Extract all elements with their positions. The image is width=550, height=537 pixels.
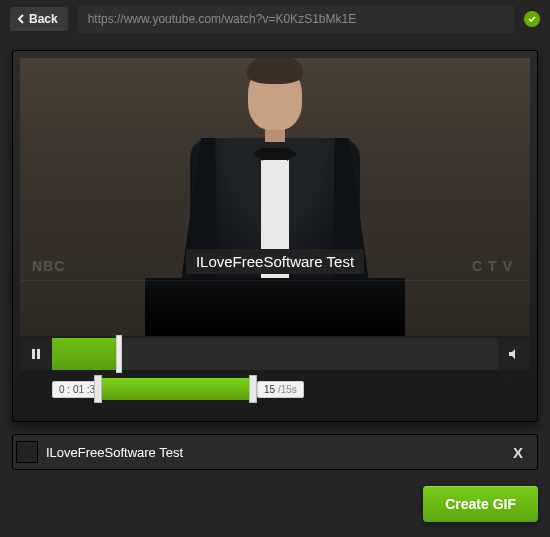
url-input[interactable] [78, 5, 514, 33]
create-gif-button[interactable]: Create GIF [423, 486, 538, 522]
watermark-right: CTV [472, 258, 518, 274]
pause-icon [30, 348, 42, 360]
volume-icon [508, 348, 520, 360]
trim-selection[interactable] [98, 378, 253, 400]
player-bar [20, 338, 530, 370]
caption-clear-button[interactable]: X [506, 440, 530, 464]
caption-overlay: ILoveFreeSoftware Test [186, 249, 364, 274]
status-ok-icon [524, 11, 540, 27]
trim-handle-left[interactable] [94, 375, 102, 403]
back-label: Back [29, 12, 58, 26]
svg-rect-1 [37, 349, 40, 359]
caption-text-input[interactable] [42, 441, 506, 464]
pause-button[interactable] [20, 338, 52, 370]
progress-fill [52, 338, 119, 370]
progress-bar[interactable] [52, 338, 498, 370]
watermark-left: NBC [32, 258, 65, 274]
caption-row: X [12, 434, 538, 470]
back-button[interactable]: Back [10, 7, 68, 31]
caption-color-swatch[interactable] [16, 441, 38, 463]
svg-rect-0 [32, 349, 35, 359]
trim-length-value: 15 [264, 384, 275, 395]
video-panel: NBC CTV ILoveFreeSoftware Test 0 : 01 :3… [12, 50, 538, 422]
video-preview[interactable]: NBC CTV ILoveFreeSoftware Test [20, 58, 530, 336]
chevron-left-icon [16, 14, 26, 24]
trim-area: 0 : 01 :39 15 /15s [20, 374, 530, 414]
trim-length-chip: 15 /15s [257, 381, 304, 398]
progress-thumb[interactable] [116, 335, 122, 373]
volume-button[interactable] [498, 338, 530, 370]
trim-handle-right[interactable] [249, 375, 257, 403]
trim-length-max: 15 [281, 384, 292, 395]
